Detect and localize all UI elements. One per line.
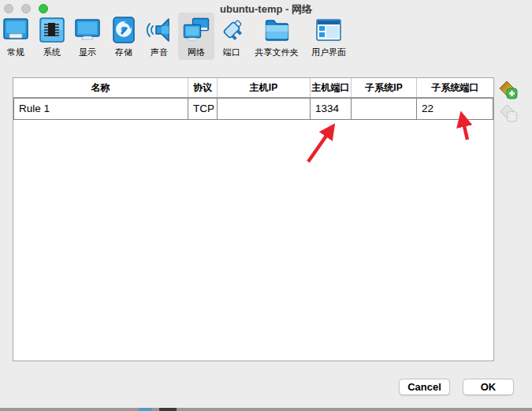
rule-guest-ip-cell[interactable] <box>352 99 417 119</box>
remove-rule-button[interactable] <box>499 103 519 124</box>
rule-host-ip-cell[interactable] <box>218 99 311 119</box>
toolbar-label: 用户界面 <box>311 47 346 58</box>
settings-toolbar: 常规 系统 <box>0 13 532 62</box>
table-header-row: 名称 协议 主机IP 主机端口 子系统IP 子系统端口 <box>13 78 493 98</box>
add-rule-diamond-plus-icon <box>498 80 519 100</box>
shared-folders-icon <box>262 15 292 45</box>
background-window-text-fragment <box>159 408 177 411</box>
user-interface-icon <box>314 15 344 45</box>
audio-speaker-icon <box>144 15 174 45</box>
toolbar-item-general[interactable]: 常规 <box>0 13 34 60</box>
column-header-host-port[interactable]: 主机端口 <box>311 78 352 97</box>
background-window-edge <box>0 408 532 411</box>
column-header-protocol[interactable]: 协议 <box>188 78 218 97</box>
ok-button[interactable]: OK <box>463 379 514 395</box>
ports-plug-icon <box>217 15 247 45</box>
rule-host-port-cell[interactable]: 1334 <box>311 99 352 119</box>
general-monitor-icon <box>1 15 31 45</box>
system-chip-icon <box>37 15 67 45</box>
toolbar-item-system[interactable]: 系统 <box>34 13 70 60</box>
cancel-button[interactable]: Cancel <box>399 379 450 395</box>
toolbar-label: 共享文件夹 <box>255 47 299 58</box>
add-rule-button[interactable] <box>498 80 519 100</box>
virtualbox-settings-window: ubuntu-temp - 网络 常规 <box>0 0 532 411</box>
toolbar-item-storage[interactable]: 存储 <box>106 13 142 60</box>
toolbar-item-shared-folders[interactable]: 共享文件夹 <box>252 13 302 60</box>
column-header-guest-port[interactable]: 子系统端口 <box>417 78 493 97</box>
toolbar-label: 声音 <box>151 47 168 58</box>
toolbar-label: 系统 <box>43 47 61 58</box>
toolbar-item-ports[interactable]: 端口 <box>214 13 250 60</box>
background-window-blue-tab <box>139 408 152 411</box>
toolbar-label: 常规 <box>7 47 24 58</box>
toolbar-item-audio[interactable]: 声音 <box>141 13 177 60</box>
column-header-name[interactable]: 名称 <box>13 78 188 97</box>
display-monitor-icon <box>73 15 102 45</box>
toolbar-item-network[interactable]: 网络 <box>178 13 214 60</box>
toolbar-label: 存储 <box>115 47 132 58</box>
toolbar-label: 端口 <box>223 47 240 58</box>
remove-rule-diamond-minus-icon <box>499 103 519 123</box>
toolbar-item-user-interface[interactable]: 用户界面 <box>308 13 349 60</box>
storage-disk-icon <box>109 15 139 45</box>
rule-name-cell[interactable]: Rule 1 <box>14 99 188 119</box>
toolbar-label: 显示 <box>79 47 96 58</box>
table-row[interactable]: Rule 1 TCP 1334 22 <box>13 98 493 120</box>
network-adapters-icon <box>181 15 211 45</box>
rule-guest-port-cell[interactable]: 22 <box>417 99 493 119</box>
column-header-guest-ip[interactable]: 子系统IP <box>352 78 417 97</box>
rule-protocol-cell[interactable]: TCP <box>188 99 218 119</box>
toolbar-label: 网络 <box>188 47 205 58</box>
port-forwarding-table: 名称 协议 主机IP 主机端口 子系统IP 子系统端口 Rule 1 TCP 1… <box>13 77 494 361</box>
toolbar-item-display[interactable]: 显示 <box>69 13 106 60</box>
column-header-host-ip[interactable]: 主机IP <box>218 78 311 97</box>
